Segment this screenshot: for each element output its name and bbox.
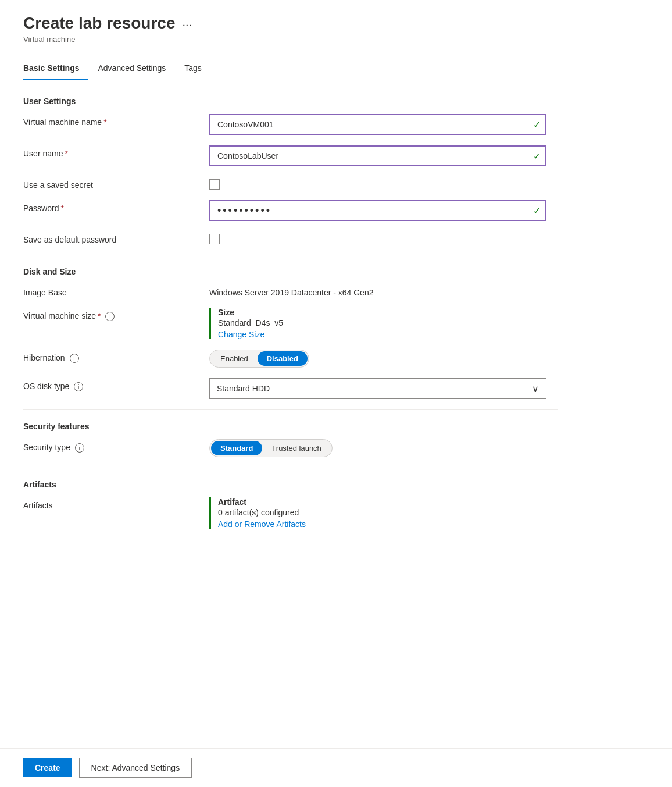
tab-advanced-settings[interactable]: Advanced Settings [98,58,175,80]
tab-basic-settings[interactable]: Basic Settings [23,58,88,80]
artifact-block: Artifact 0 artifact(s) configured Add or… [209,497,546,529]
hibernation-row: Hibernation i Enabled Disabled [23,350,558,368]
image-base-label: Image Base [23,284,209,297]
artifact-count: 0 artifact(s) configured [218,508,546,517]
hibernation-control: Enabled Disabled [209,350,546,368]
tab-tags[interactable]: Tags [184,58,211,80]
password-row: Password* ✓ [23,200,558,221]
artifacts-control: Artifact 0 artifact(s) configured Add or… [209,497,546,529]
vm-size-row: Virtual machine size* i Size Standard_D4… [23,308,558,339]
hibernation-enabled-btn[interactable]: Enabled [211,351,258,366]
vm-name-input[interactable] [209,114,546,135]
footer: Create Next: Advanced Settings [0,748,672,787]
image-base-value: Windows Server 2019 Datacenter - x64 Gen… [209,284,546,297]
image-base-control: Windows Server 2019 Datacenter - x64 Gen… [209,284,546,297]
security-type-row: Security type i Standard Trusted launch [23,439,558,457]
hibernation-disabled-btn[interactable]: Disabled [258,351,308,366]
next-advanced-settings-button[interactable]: Next: Advanced Settings [79,758,192,778]
security-trusted-launch-btn[interactable]: Trusted launch [262,441,331,455]
vm-size-label: Virtual machine size* i [23,308,209,321]
vm-size-info-icon[interactable]: i [105,312,115,321]
user-name-label: User name* [23,145,209,158]
vm-name-row: Virtual machine name* ✓ [23,114,558,135]
page-title: Create lab resource [23,14,175,33]
artifacts-row: Artifacts Artifact 0 artifact(s) configu… [23,497,558,529]
password-input[interactable] [209,200,546,221]
more-options-icon[interactable]: ··· [182,18,192,31]
change-size-link[interactable]: Change Size [218,330,264,339]
add-remove-artifacts-link[interactable]: Add or Remove Artifacts [218,519,306,529]
divider-2 [23,409,558,410]
user-name-control: ✓ [209,145,546,166]
hibernation-toggle-group: Enabled Disabled [209,350,309,368]
password-control: ✓ [209,200,546,221]
os-disk-label: OS disk type i [23,378,209,391]
create-button[interactable]: Create [23,758,72,777]
os-disk-dropdown[interactable]: Standard HDD ∨ [209,378,546,399]
size-value: Standard_D4s_v5 [218,318,546,327]
size-heading: Size [218,308,546,317]
hibernation-label: Hibernation i [23,350,209,363]
vm-name-check-icon: ✓ [533,119,541,130]
saved-secret-control [209,177,546,190]
save-default-control [209,232,546,244]
password-label: Password* [23,200,209,213]
os-disk-info-icon[interactable]: i [74,382,83,391]
disk-size-header: Disk and Size [23,267,558,276]
security-type-label: Security type i [23,439,209,453]
security-header: Security features [23,422,558,431]
save-default-row: Save as default password [23,232,558,244]
divider-1 [23,255,558,255]
os-disk-row: OS disk type i Standard HDD ∨ [23,378,558,399]
os-disk-value: Standard HDD [217,384,270,393]
artifact-heading: Artifact [218,497,546,507]
security-toggle-group: Standard Trusted launch [209,439,333,457]
vm-name-control: ✓ [209,114,546,135]
user-name-row: User name* ✓ [23,145,558,166]
security-type-info-icon[interactable]: i [75,443,84,453]
artifacts-label: Artifacts [23,497,209,510]
security-type-control: Standard Trusted launch [209,439,546,457]
chevron-down-icon: ∨ [532,383,539,394]
save-default-checkbox[interactable] [209,234,220,244]
saved-secret-row: Use a saved secret [23,177,558,190]
user-name-input[interactable] [209,145,546,166]
user-settings-header: User Settings [23,97,558,106]
divider-3 [23,468,558,468]
artifacts-header: Artifacts [23,480,558,489]
vm-size-control: Size Standard_D4s_v5 Change Size [209,308,546,339]
image-base-row: Image Base Windows Server 2019 Datacente… [23,284,558,297]
os-disk-control: Standard HDD ∨ [209,378,546,399]
saved-secret-label: Use a saved secret [23,177,209,190]
save-default-label: Save as default password [23,232,209,244]
vm-name-label: Virtual machine name* [23,114,209,127]
password-check-icon: ✓ [533,205,541,216]
tabs-container: Basic Settings Advanced Settings Tags [23,58,558,80]
hibernation-info-icon[interactable]: i [70,354,79,363]
security-standard-btn[interactable]: Standard [211,441,262,455]
saved-secret-checkbox[interactable] [209,179,220,190]
size-block: Size Standard_D4s_v5 Change Size [209,308,546,339]
page-subtitle: Virtual machine [23,35,558,44]
user-name-check-icon: ✓ [533,151,541,162]
